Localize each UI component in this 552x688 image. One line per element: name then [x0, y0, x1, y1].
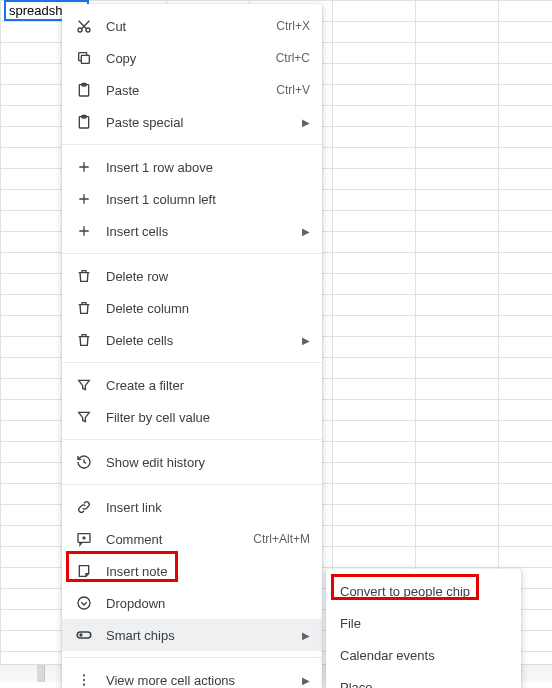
cell[interactable]	[333, 547, 416, 568]
menu-insert-note[interactable]: Insert note	[62, 555, 322, 587]
cell[interactable]	[416, 85, 499, 106]
cell[interactable]	[416, 22, 499, 43]
cell[interactable]	[416, 169, 499, 190]
cell[interactable]	[416, 127, 499, 148]
cell[interactable]	[416, 484, 499, 505]
cell[interactable]	[416, 232, 499, 253]
cell[interactable]	[499, 274, 553, 295]
cell[interactable]	[499, 190, 553, 211]
cell[interactable]	[333, 442, 416, 463]
cell[interactable]	[416, 190, 499, 211]
menu-insert-cells[interactable]: Insert cells ▶	[62, 215, 322, 247]
menu-delete-row[interactable]: Delete row	[62, 260, 322, 292]
menu-dropdown[interactable]: Dropdown	[62, 587, 322, 619]
cell[interactable]	[333, 358, 416, 379]
menu-insert-col-left[interactable]: Insert 1 column left	[62, 183, 322, 215]
cell[interactable]	[333, 505, 416, 526]
menu-smart-chips[interactable]: Smart chips ▶	[62, 619, 322, 651]
menu-paste[interactable]: Paste Ctrl+V	[62, 74, 322, 106]
cell[interactable]	[499, 232, 553, 253]
cell[interactable]	[416, 43, 499, 64]
cell[interactable]	[416, 64, 499, 85]
cell[interactable]	[499, 148, 553, 169]
menu-show-edit-history[interactable]: Show edit history	[62, 446, 322, 478]
cell[interactable]	[416, 421, 499, 442]
cell[interactable]	[416, 274, 499, 295]
cell[interactable]	[499, 85, 553, 106]
cell[interactable]	[499, 526, 553, 547]
cell[interactable]	[499, 547, 553, 568]
cell[interactable]	[416, 547, 499, 568]
cell[interactable]	[333, 1, 416, 22]
cell[interactable]	[333, 316, 416, 337]
cell[interactable]	[499, 106, 553, 127]
cell[interactable]	[333, 253, 416, 274]
menu-paste-special[interactable]: Paste special ▶	[62, 106, 322, 138]
cell[interactable]	[333, 421, 416, 442]
cell[interactable]	[499, 295, 553, 316]
cell[interactable]	[416, 358, 499, 379]
cell[interactable]	[333, 85, 416, 106]
cell[interactable]	[416, 505, 499, 526]
cell[interactable]	[499, 337, 553, 358]
menu-copy[interactable]: Copy Ctrl+C	[62, 42, 322, 74]
cell[interactable]	[416, 148, 499, 169]
cell[interactable]	[416, 295, 499, 316]
cell[interactable]	[333, 148, 416, 169]
menu-view-more[interactable]: View more cell actions ▶	[62, 664, 322, 688]
cell[interactable]	[333, 400, 416, 421]
cell[interactable]	[333, 211, 416, 232]
cell[interactable]	[499, 484, 553, 505]
cell[interactable]	[416, 463, 499, 484]
cell[interactable]	[333, 526, 416, 547]
menu-create-filter[interactable]: Create a filter	[62, 369, 322, 401]
cell[interactable]	[333, 169, 416, 190]
cell[interactable]	[333, 463, 416, 484]
cell[interactable]	[499, 22, 553, 43]
submenu-calendar-events[interactable]: Calendar events	[326, 639, 521, 671]
cell[interactable]	[333, 274, 416, 295]
cell[interactable]	[499, 442, 553, 463]
cell[interactable]	[416, 526, 499, 547]
menu-delete-cells[interactable]: Delete cells ▶	[62, 324, 322, 356]
cell[interactable]	[416, 1, 499, 22]
cell[interactable]	[499, 169, 553, 190]
cell[interactable]	[333, 232, 416, 253]
cell[interactable]	[499, 463, 553, 484]
cell[interactable]	[499, 127, 553, 148]
cell[interactable]	[333, 127, 416, 148]
menu-insert-link[interactable]: Insert link	[62, 491, 322, 523]
menu-comment[interactable]: Comment Ctrl+Alt+M	[62, 523, 322, 555]
cell[interactable]	[416, 106, 499, 127]
cell[interactable]	[333, 43, 416, 64]
cell[interactable]	[416, 211, 499, 232]
cell[interactable]	[499, 421, 553, 442]
cell[interactable]	[416, 337, 499, 358]
cell[interactable]	[333, 190, 416, 211]
submenu-people-chip[interactable]: Convert to people chip	[326, 575, 521, 607]
cell[interactable]	[499, 64, 553, 85]
cell[interactable]	[416, 316, 499, 337]
menu-insert-row-above[interactable]: Insert 1 row above	[62, 151, 322, 183]
cell[interactable]	[333, 64, 416, 85]
submenu-place[interactable]: Place	[326, 671, 521, 688]
cell[interactable]	[499, 43, 553, 64]
cell[interactable]	[416, 442, 499, 463]
cell[interactable]	[416, 253, 499, 274]
cell[interactable]	[333, 379, 416, 400]
cell[interactable]	[499, 358, 553, 379]
cell[interactable]	[499, 379, 553, 400]
cell[interactable]	[333, 106, 416, 127]
menu-filter-by-cell[interactable]: Filter by cell value	[62, 401, 322, 433]
cell[interactable]	[416, 400, 499, 421]
cell[interactable]	[333, 22, 416, 43]
cell[interactable]	[499, 1, 553, 22]
menu-delete-column[interactable]: Delete column	[62, 292, 322, 324]
cell[interactable]	[333, 337, 416, 358]
cell[interactable]	[333, 295, 416, 316]
cell[interactable]	[499, 316, 553, 337]
cell[interactable]	[499, 505, 553, 526]
cell[interactable]	[333, 484, 416, 505]
cell[interactable]	[499, 253, 553, 274]
menu-cut[interactable]: Cut Ctrl+X	[62, 10, 322, 42]
